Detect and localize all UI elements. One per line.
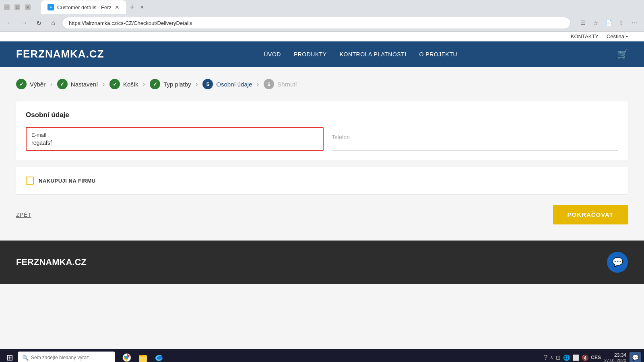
back-link[interactable]: ZPĚT	[16, 212, 31, 218]
nav-projekt[interactable]: O PROJEKTU	[419, 51, 457, 58]
step-nastaveni-icon: ✓	[57, 79, 68, 89]
minimize-button[interactable]: —	[4, 4, 10, 10]
step-vyber-label: Výběr	[30, 81, 45, 88]
cart-icon[interactable]: 🛒	[617, 49, 628, 60]
step-kosik: ✓ Košík	[109, 79, 138, 89]
tab-favicon: F	[47, 4, 54, 10]
taskbar-system-icons: ? ∧ ⊡ 🌐 ⬜ 🔇 CES	[544, 354, 601, 361]
chat-button[interactable]: 💬	[607, 252, 628, 273]
top-bar: KONTAKTY Čeština ▾	[0, 32, 644, 41]
help-icon: ?	[544, 354, 547, 361]
lang-label: CES	[591, 355, 601, 360]
active-tab[interactable]: F Customer details - Ferz ✕	[41, 0, 126, 14]
bookmark-bar-toggle[interactable]: ☰	[577, 17, 588, 29]
company-checkbox[interactable]	[26, 177, 34, 185]
step-arrow-1: ›	[50, 81, 52, 87]
step-arrow-5: ›	[257, 81, 259, 87]
step-shrnutí-icon: 6	[264, 79, 274, 89]
taskbar-search-icon: 🔍	[22, 355, 29, 361]
address-bar: ← → ↻ ⌂ https://fairznamka.cz/cs-CZ/Chec…	[0, 14, 644, 31]
step-nastaveni: ✓ Nastavení	[57, 79, 98, 89]
taskbar-app-files[interactable]	[136, 350, 150, 362]
actions-row: ZPĚT POKRAČOVAT	[16, 201, 628, 228]
step-osobni-udaje-icon: 5	[202, 79, 213, 89]
step-arrow-4: ›	[196, 81, 198, 87]
card-title: Osobní údaje	[26, 111, 618, 119]
share-button[interactable]: ⇧	[616, 17, 627, 29]
step-shrnutí-label: Shrnutí	[277, 81, 297, 88]
kontakty-link[interactable]: KONTAKTY	[571, 33, 599, 39]
taskbar-search-input[interactable]	[31, 355, 111, 360]
network-icon: 🌐	[563, 354, 570, 361]
back-nav-button[interactable]: ←	[4, 17, 15, 29]
sound-icon: 🔇	[582, 354, 588, 361]
nav-produkty[interactable]: PRODUKTY	[294, 51, 327, 58]
browser-titlebar: — □ ✕ F Customer details - Ferz ✕ + ▾	[0, 0, 644, 14]
nav-kontrola[interactable]: KONTROLA PLATNOSTI	[340, 51, 407, 58]
footer-logo: FERZNAMKA.CZ	[16, 257, 87, 267]
email-field-wrapper[interactable]: E-mail regaafsf	[26, 127, 324, 151]
tab-close-button[interactable]: ✕	[115, 4, 120, 10]
step-typ-platby-icon: ✓	[150, 79, 160, 89]
notification-center-button[interactable]: 💬	[630, 352, 641, 362]
website: KONTAKTY Čeština ▾ FERZNAMKA.CZ ÚVOD PRO…	[0, 32, 644, 349]
step-arrow-2: ›	[103, 81, 105, 87]
nav-uvod[interactable]: ÚVOD	[264, 51, 281, 58]
refresh-button[interactable]: ↻	[33, 17, 44, 29]
taskbar-clock[interactable]: 23:34 27.01.2020	[604, 352, 626, 362]
maximize-button[interactable]: □	[14, 4, 20, 10]
reader-mode-button[interactable]: 📄	[603, 17, 614, 29]
site-footer: FERZNAMKA.CZ 💬	[0, 241, 644, 284]
forward-nav-button[interactable]: →	[19, 17, 30, 29]
star-button[interactable]: ☆	[590, 17, 601, 29]
battery-icon: ⬜	[572, 354, 579, 361]
more-button[interactable]: ⋯	[629, 17, 640, 29]
site-header: FERZNAMKA.CZ ÚVOD PRODUKTY KONTROLA PLAT…	[0, 41, 644, 67]
taskbar-app-edge[interactable]	[152, 350, 166, 362]
step-typ-platby-label: Typ platby	[163, 81, 191, 88]
new-tab-button[interactable]: +	[126, 2, 138, 13]
email-value: regaafsf	[31, 140, 318, 146]
url-input[interactable]: https://fairznamka.cz/cs-CZ/Checkout/Del…	[62, 17, 571, 29]
step-osobni-udaje: 5 Osobní údaje	[202, 79, 252, 89]
email-label: E-mail	[31, 132, 318, 138]
step-kosik-label: Košík	[123, 81, 138, 88]
close-button[interactable]: ✕	[25, 4, 31, 10]
chevron-icon: ∧	[550, 355, 553, 360]
site-logo[interactable]: FERZNAMKA.CZ	[16, 48, 104, 60]
checkout-steps: ✓ Výběr › ✓ Nastavení › ✓ Košík › ✓ Typ …	[16, 79, 628, 89]
phone-placeholder: Telefon	[332, 134, 350, 140]
step-vyber-icon: ✓	[16, 79, 27, 89]
taskbar-pinned-apps	[120, 350, 166, 362]
window-controls: — □ ✕	[4, 4, 31, 10]
home-button[interactable]: ⌂	[47, 17, 59, 29]
step-typ-platby: ✓ Typ platby	[150, 79, 191, 89]
tab-arrow-button[interactable]: ▾	[138, 3, 146, 12]
language-selector[interactable]: Čeština ▾	[607, 33, 628, 39]
taskbar: ⊞ 🔍 ? ∧ ⊡ 🌐 ⬜ 🔇 CES 23:34 27.01.2020 💬	[0, 349, 644, 362]
main-navigation: ÚVOD PRODUKTY KONTROLA PLATNOSTI O PROJE…	[264, 51, 457, 58]
step-nastaveni-label: Nastavení	[71, 81, 98, 88]
step-arrow-3: ›	[143, 81, 145, 87]
language-label: Čeština	[607, 33, 624, 39]
taskbar-time-display: 23:34	[604, 352, 626, 358]
start-button[interactable]: ⊞	[3, 351, 17, 362]
step-vyber: ✓ Výběr	[16, 79, 45, 89]
step-kosik-icon: ✓	[109, 79, 120, 89]
personal-data-card: Osobní údaje E-mail regaafsf Telefon	[16, 101, 628, 160]
continue-button[interactable]: POKRAČOVAT	[553, 205, 628, 224]
tab-bar: F Customer details - Ferz ✕ + ▾	[37, 0, 640, 14]
url-text: https://fairznamka.cz/cs-CZ/Checkout/Del…	[69, 20, 192, 26]
taskbar-search[interactable]: 🔍	[18, 352, 115, 362]
taskbar-system-tray: ? ∧ ⊡ 🌐 ⬜ 🔇 CES 23:34 27.01.2020 💬	[544, 352, 641, 362]
taskbar-date-display: 27.01.2020	[604, 358, 626, 362]
taskview-icon: ⊡	[556, 354, 561, 361]
step-osobni-udaje-label: Osobní údaje	[216, 81, 252, 88]
main-content: ✓ Výběr › ✓ Nastavení › ✓ Košík › ✓ Typ …	[0, 67, 644, 241]
phone-field-wrapper[interactable]: Telefon	[332, 127, 618, 151]
step-shrnutí: 6 Shrnutí	[264, 79, 297, 89]
browser-action-buttons: ☰ ☆ 📄 ⇧ ⋯	[577, 17, 640, 29]
taskbar-app-chrome[interactable]	[120, 350, 134, 362]
form-row-email-phone: E-mail regaafsf Telefon	[26, 127, 618, 151]
company-checkbox-label: NAKUPUJI NA FIRMU	[39, 178, 96, 184]
